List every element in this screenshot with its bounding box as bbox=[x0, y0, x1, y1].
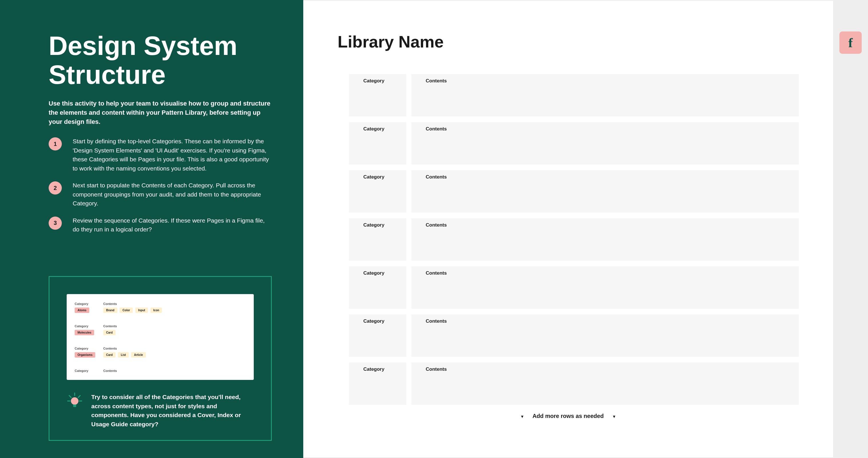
example-chip: Icon bbox=[151, 308, 162, 313]
brand-letter: f bbox=[848, 35, 852, 50]
svg-line-1 bbox=[69, 396, 71, 398]
example-chip: Card bbox=[103, 352, 116, 358]
contents-label: Contents bbox=[426, 78, 784, 84]
step-number-badge: 3 bbox=[49, 217, 62, 230]
contents-label: Contents bbox=[426, 366, 784, 372]
contents-cell[interactable]: Contents bbox=[411, 314, 799, 357]
tip: Try to consider all of the Categories th… bbox=[67, 393, 254, 429]
triangle-down-icon: ▼ bbox=[606, 414, 623, 419]
contents-cell[interactable]: Contents bbox=[411, 74, 799, 116]
step-item: 2 Next start to populate the Contents of… bbox=[49, 181, 272, 208]
category-cell[interactable]: Category bbox=[349, 122, 406, 164]
category-row: Category Contents bbox=[349, 74, 799, 116]
category-row: Category Contents bbox=[349, 218, 799, 261]
worksheet-canvas: Library Name Category Contents Category … bbox=[303, 0, 833, 458]
example-cat-chip: Atoms bbox=[75, 308, 89, 313]
contents-label: Contents bbox=[426, 126, 784, 132]
triangle-down-icon: ▼ bbox=[513, 414, 531, 419]
example-chip: Color bbox=[120, 308, 133, 313]
tip-text: Try to consider all of the Categories th… bbox=[91, 393, 254, 429]
step-number-badge: 2 bbox=[49, 181, 62, 194]
example-chip: Input bbox=[135, 308, 148, 313]
example-col-contents: Contents bbox=[103, 347, 246, 352]
intro-text: Use this activity to help your team to v… bbox=[49, 99, 272, 126]
example-chip: Brand bbox=[103, 308, 117, 313]
example-cat-chip: Molecules bbox=[75, 330, 94, 335]
step-text: Start by defining the top-level Categori… bbox=[73, 137, 272, 173]
example-chip: Card bbox=[103, 330, 116, 335]
category-label: Category bbox=[363, 222, 392, 228]
category-cell[interactable]: Category bbox=[349, 74, 406, 116]
contents-label: Contents bbox=[426, 270, 784, 276]
contents-cell[interactable]: Contents bbox=[411, 122, 799, 164]
example-cat-chip: Organisms bbox=[75, 352, 95, 358]
contents-cell[interactable]: Contents bbox=[411, 218, 799, 261]
category-label: Category bbox=[363, 270, 392, 276]
page-title: Design System Structure bbox=[49, 31, 272, 89]
brand-badge[interactable]: f bbox=[839, 31, 862, 54]
example-col-contents: Contents bbox=[103, 302, 246, 307]
svg-line-2 bbox=[78, 396, 80, 398]
lightbulb-icon bbox=[67, 393, 83, 410]
step-number-badge: 1 bbox=[49, 137, 62, 150]
svg-point-5 bbox=[71, 397, 79, 405]
step-item: 1 Start by defining the top-level Catego… bbox=[49, 137, 272, 173]
example-col-category: Category bbox=[75, 302, 100, 307]
category-cell[interactable]: Category bbox=[349, 314, 406, 357]
category-row: Category Contents bbox=[349, 266, 799, 309]
category-label: Category bbox=[363, 318, 392, 324]
right-rail: f bbox=[833, 0, 868, 458]
step-text: Next start to populate the Contents of e… bbox=[73, 181, 272, 208]
contents-label: Contents bbox=[426, 318, 784, 324]
category-rows: Category Contents Category Contents Cate… bbox=[349, 74, 799, 405]
example-col-category: Category bbox=[75, 325, 100, 330]
category-label: Category bbox=[363, 78, 392, 84]
steps-list: 1 Start by defining the top-level Catego… bbox=[49, 137, 272, 242]
example-col-category: Category bbox=[75, 347, 100, 352]
example-card: Category Atoms Contents Brand Color Inpu… bbox=[67, 294, 254, 380]
category-row: Category Contents bbox=[349, 314, 799, 357]
contents-label: Contents bbox=[426, 222, 784, 228]
example-col-category: Category bbox=[75, 369, 100, 374]
example-chip: Article bbox=[131, 352, 146, 358]
category-label: Category bbox=[363, 126, 392, 132]
category-cell[interactable]: Category bbox=[349, 218, 406, 261]
category-row: Category Contents bbox=[349, 170, 799, 213]
category-row: Category Contents bbox=[349, 122, 799, 164]
contents-label: Contents bbox=[426, 174, 784, 180]
contents-cell[interactable]: Contents bbox=[411, 362, 799, 405]
contents-cell[interactable]: Contents bbox=[411, 266, 799, 309]
contents-cell[interactable]: Contents bbox=[411, 170, 799, 213]
example-chip: List bbox=[118, 352, 129, 358]
add-more-rows[interactable]: ▼ Add more rows as needed ▼ bbox=[338, 413, 799, 419]
step-text: Review the sequence of Categories. If th… bbox=[73, 216, 272, 234]
library-name-title[interactable]: Library Name bbox=[338, 32, 799, 51]
category-label: Category bbox=[363, 174, 392, 180]
category-row: Category Contents bbox=[349, 362, 799, 405]
svg-rect-6 bbox=[73, 404, 76, 407]
category-label: Category bbox=[363, 366, 392, 372]
category-cell[interactable]: Category bbox=[349, 266, 406, 309]
step-item: 3 Review the sequence of Categories. If … bbox=[49, 216, 272, 234]
example-col-contents: Contents bbox=[103, 325, 246, 330]
example-col-contents: Contents bbox=[103, 369, 246, 374]
category-cell[interactable]: Category bbox=[349, 170, 406, 213]
category-cell[interactable]: Category bbox=[349, 362, 406, 405]
add-more-label: Add more rows as needed bbox=[532, 413, 603, 419]
example-box: Category Atoms Contents Brand Color Inpu… bbox=[49, 276, 272, 441]
instructions-sidebar: Design System Structure Use this activit… bbox=[0, 0, 303, 458]
